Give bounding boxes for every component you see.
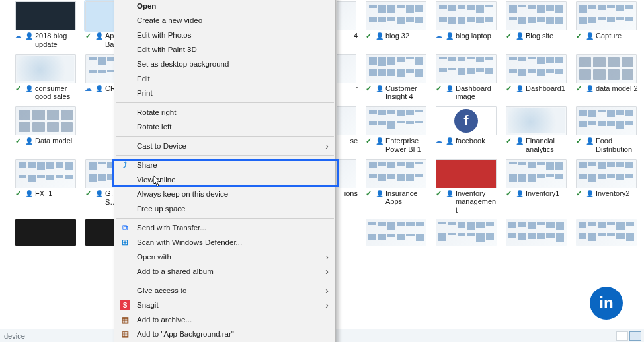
file-thumbnail: f — [436, 106, 497, 135]
shared-person-icon: 👤 — [95, 32, 103, 40]
file-item[interactable]: ✓👤Insurance Apps — [362, 158, 430, 216]
file-caption: ✓👤Enterprise Power BI 1 — [364, 137, 428, 153]
menu-item[interactable]: SnagitS — [114, 298, 335, 312]
file-item[interactable]: ✓👤FX_1 — [12, 158, 79, 216]
menu-item-label: View online — [137, 176, 176, 184]
file-item[interactable]: ✓👤Capture — [573, 0, 640, 50]
file-item[interactable] — [573, 218, 640, 247]
menu-item[interactable]: Add to "App Background.rar"▦ — [114, 327, 335, 341]
file-caption: ✓👤Food Distribution — [575, 137, 638, 153]
file-item[interactable]: ☁👤blog laptop — [432, 0, 500, 50]
menu-item-label: Edit with Photos — [137, 31, 191, 39]
file-item[interactable]: ✓👤Enterprise Power BI 1 — [362, 105, 430, 154]
menu-item-label: Cast to Device — [137, 142, 186, 150]
file-thumbnail — [576, 1, 637, 30]
menu-item[interactable]: Edit with Photos — [114, 28, 335, 42]
menu-item-label: Rotate left — [137, 123, 171, 131]
menu-item[interactable]: Add to archive...▦ — [114, 312, 335, 327]
menu-item-label: Rotate right — [137, 108, 176, 116]
menu-item[interactable]: Open with — [114, 250, 335, 264]
file-thumbnail — [506, 219, 567, 246]
file-item[interactable]: ✓👤consumer good sales — [12, 53, 79, 103]
file-thumbnail — [15, 1, 76, 30]
file-item[interactable]: ✓👤Customer Insight 4 — [362, 53, 430, 103]
file-name: consumer good sales — [35, 85, 77, 101]
menu-item[interactable]: Open — [114, 0, 335, 13]
file-thumbnail — [15, 219, 76, 246]
menu-item[interactable]: Free up space — [114, 201, 335, 216]
menu-item[interactable]: Edit with Paint 3D — [114, 42, 335, 57]
file-name: blog 32 — [385, 32, 409, 40]
file-item[interactable]: ✓👤Financial analytics — [503, 105, 570, 154]
file-item[interactable]: ✓👤Food Distribution — [573, 105, 640, 154]
file-thumbnail — [506, 159, 567, 188]
menu-item[interactable]: Set as desktop background — [114, 57, 335, 71]
shared-person-icon: 👤 — [585, 137, 594, 145]
file-caption: ✓👤blog 32 — [364, 32, 428, 40]
file-item[interactable]: ✓👤Inventory1 — [503, 158, 570, 216]
cloud-icon: ☁ — [14, 32, 22, 40]
file-thumbnail — [337, 106, 356, 135]
file-name: Customer Insight 4 — [385, 85, 428, 101]
shared-person-icon: 👤 — [585, 85, 594, 93]
winrar-icon: ▦ — [120, 329, 130, 339]
file-name: Capture — [596, 32, 622, 40]
file-item[interactable]: ✓👤Dashboard image — [432, 53, 500, 103]
menu-item-label: Give access to — [137, 287, 186, 294]
file-item[interactable] — [432, 218, 500, 247]
linkedin-bubble[interactable]: in — [590, 287, 623, 320]
menu-item[interactable]: Give access to — [114, 283, 335, 298]
file-item[interactable]: ✓👤Blog site — [503, 0, 570, 50]
file-item[interactable]: ✓👤Dashboard1 — [503, 53, 570, 103]
shared-person-icon: 👤 — [95, 85, 103, 93]
menu-item[interactable]: Edit — [114, 71, 335, 86]
file-name: Enterprise Power BI 1 — [385, 137, 428, 153]
file-item[interactable]: ✓👤blog 32 — [362, 0, 430, 50]
menu-item[interactable]: Always keep on this device — [114, 187, 335, 201]
menu-item-label: Print — [137, 89, 153, 97]
menu-item[interactable]: Rotate right — [114, 105, 335, 120]
menu-item[interactable]: Scan with Windows Defender...⊞ — [114, 235, 335, 250]
file-item[interactable]: f☁👤facebook — [432, 105, 500, 154]
file-item[interactable]: ✓👤Inventory2 — [573, 158, 640, 216]
view-icons-button[interactable] — [629, 331, 641, 341]
sync-check-icon: ✓ — [434, 189, 443, 198]
file-name: Food Distribution — [596, 137, 638, 153]
menu-item-label: Add to archive... — [137, 316, 192, 324]
menu-item[interactable]: Print — [114, 86, 335, 100]
file-name: Data model — [35, 137, 72, 145]
file-item[interactable]: ☁👤2018 blog update — [12, 0, 79, 50]
file-name: 2018 blog update — [35, 32, 77, 48]
sync-check-icon: ✓ — [84, 189, 93, 198]
menu-item[interactable]: Share⤴ — [114, 158, 335, 172]
shared-person-icon: 👤 — [24, 137, 33, 145]
file-item[interactable] — [362, 218, 430, 247]
menu-item[interactable]: Rotate left — [114, 120, 335, 134]
sync-check-icon: ✓ — [364, 32, 373, 40]
file-caption: ✓👤Capture — [575, 32, 638, 40]
menu-item[interactable]: Cast to Device — [114, 139, 335, 153]
file-item[interactable] — [12, 218, 79, 247]
menu-item-label: Add to a shared album — [137, 267, 214, 275]
view-details-button[interactable] — [616, 331, 628, 341]
menu-item[interactable]: Add to a shared album — [114, 264, 335, 279]
menu-item[interactable]: View online — [114, 172, 335, 187]
menu-item-label: Set as desktop background — [137, 60, 229, 68]
menu-item-label: Free up space — [137, 205, 186, 213]
file-thumbnail — [506, 106, 567, 135]
file-item[interactable] — [503, 218, 570, 247]
file-item[interactable]: ✓👤data model 2 — [573, 53, 640, 103]
file-caption: ✓👤Dashboard1 — [504, 85, 568, 93]
menu-item[interactable]: Create a new video — [114, 13, 335, 28]
file-item[interactable]: ✓👤Inventory management — [432, 158, 500, 216]
shared-person-icon: 👤 — [515, 137, 524, 145]
file-caption: ✓👤Inventory1 — [504, 189, 568, 198]
file-item[interactable]: ✓👤Data model — [12, 105, 79, 154]
file-caption: ☁👤blog laptop — [434, 32, 498, 40]
file-name: blog laptop — [456, 32, 491, 40]
menu-item[interactable]: Send with Transfer...⧉ — [114, 221, 335, 235]
sync-check-icon: ✓ — [504, 85, 513, 93]
file-caption: ☁👤2018 blog update — [14, 32, 77, 48]
status-text: device — [4, 332, 25, 340]
menu-item-label: Open — [137, 2, 156, 10]
